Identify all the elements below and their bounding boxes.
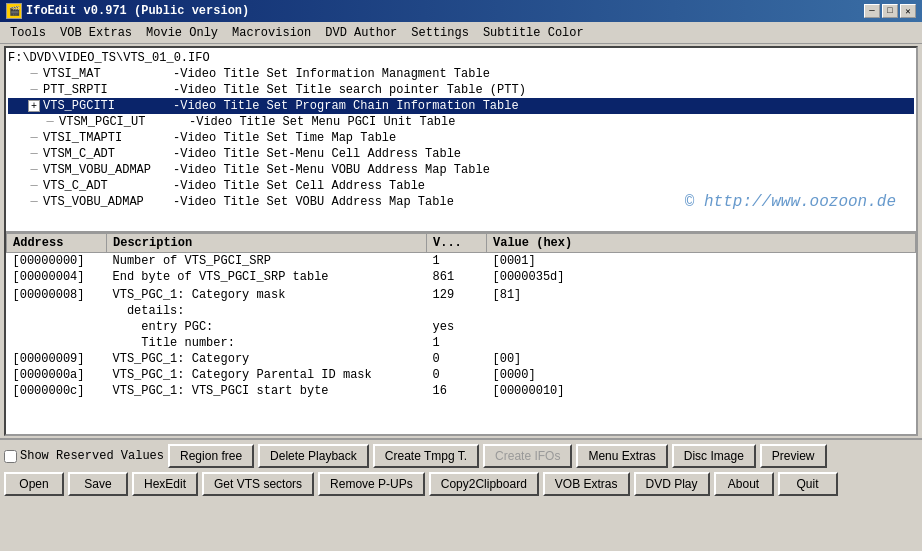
open-button[interactable]: Open: [4, 472, 64, 496]
table-cell: [00000004]: [7, 269, 107, 285]
maximize-button[interactable]: □: [882, 4, 898, 18]
tree-dash-icon: —: [28, 179, 40, 193]
tree-item-label: VTS_VOBU_ADMAP: [43, 195, 173, 209]
menu-item-movie-only[interactable]: Movie Only: [140, 24, 224, 42]
table-cell: [0000]: [487, 367, 916, 383]
table-cell: VTS_PGC_1: VTS_PGCI start byte: [107, 383, 427, 399]
tree-item[interactable]: —PTT_SRPTI-Video Title Set Title search …: [8, 82, 914, 98]
tree-expand-icon[interactable]: +: [28, 100, 40, 112]
table-row[interactable]: [00000004]End byte of VTS_PGCI_SRP table…: [7, 269, 916, 285]
quit-button[interactable]: Quit: [778, 472, 838, 496]
table-cell: [00000008]: [7, 287, 107, 303]
preview-button[interactable]: Preview: [760, 444, 827, 468]
table-cell: [00000010]: [487, 383, 916, 399]
create-ifos-button[interactable]: Create IFOs: [483, 444, 572, 468]
table-cell: [7, 319, 107, 335]
tree-item-label: VTS_C_ADT: [43, 179, 173, 193]
data-table-panel: AddressDescriptionV...Value (hex) [00000…: [6, 233, 916, 434]
copy2clipboard-button[interactable]: Copy2Clipboard: [429, 472, 539, 496]
table-cell: [0000000a]: [7, 367, 107, 383]
tree-item[interactable]: —VTSI_TMAPTI-Video Title Set Time Map Ta…: [8, 130, 914, 146]
data-table: AddressDescriptionV...Value (hex) [00000…: [6, 233, 916, 399]
table-cell: [0000035d]: [487, 269, 916, 285]
tree-item-label: VTSI_TMAPTI: [43, 131, 173, 145]
get-vts-button[interactable]: Get VTS sectors: [202, 472, 314, 496]
table-col-3: Value (hex): [487, 234, 916, 253]
table-cell: 0: [427, 367, 487, 383]
table-cell: VTS_PGC_1: Category mask: [107, 287, 427, 303]
tree-item[interactable]: +VTS_PGCITI-Video Title Set Program Chai…: [8, 98, 914, 114]
tree-item-label: VTSM_C_ADT: [43, 147, 173, 161]
table-cell: 0: [427, 351, 487, 367]
table-row[interactable]: [00000009]VTS_PGC_1: Category0[00]: [7, 351, 916, 367]
tree-dash-icon: —: [28, 163, 40, 177]
create-tmpg-button[interactable]: Create Tmpg T.: [373, 444, 479, 468]
table-row[interactable]: details:: [7, 303, 916, 319]
show-reserved-label: Show Reserved Values: [20, 449, 164, 463]
dvd-play-button[interactable]: DVD Play: [634, 472, 710, 496]
table-row[interactable]: entry PGC:yes: [7, 319, 916, 335]
table-row[interactable]: [00000000]Number of VTS_PGCI_SRP1[0001]: [7, 253, 916, 270]
title-bar: 🎬 IfoEdit v0.971 (Public version) ─ □ ✕: [0, 0, 922, 22]
disc-image-button[interactable]: Disc Image: [672, 444, 756, 468]
menu-item-tools[interactable]: Tools: [4, 24, 52, 42]
table-cell: VTS_PGC_1: Category: [107, 351, 427, 367]
table-cell: [0000000c]: [7, 383, 107, 399]
table-cell: End byte of VTS_PGCI_SRP table: [107, 269, 427, 285]
save-button[interactable]: Save: [68, 472, 128, 496]
tree-item-label: PTT_SRPTI: [43, 83, 173, 97]
table-cell: 129: [427, 287, 487, 303]
tree-item[interactable]: —VTS_C_ADT-Video Title Set Cell Address …: [8, 178, 914, 194]
tree-root[interactable]: F:\DVD\VIDEO_TS\VTS_01_0.IFO: [8, 50, 914, 66]
close-button[interactable]: ✕: [900, 4, 916, 18]
app-icon: 🎬: [6, 3, 22, 19]
table-cell: 1: [427, 335, 487, 351]
hexedit-button[interactable]: HexEdit: [132, 472, 198, 496]
tree-item-desc: -Video Title Set-Menu VOBU Address Map T…: [173, 163, 490, 177]
menu-item-subtitle-color[interactable]: Subtitle Color: [477, 24, 590, 42]
tree-dash-icon: —: [28, 67, 40, 81]
table-cell: [0001]: [487, 253, 916, 270]
table-cell: 16: [427, 383, 487, 399]
table-row[interactable]: [00000008]VTS_PGC_1: Category mask129[81…: [7, 287, 916, 303]
show-reserved-checkbox-label[interactable]: Show Reserved Values: [4, 449, 164, 463]
tree-dash-icon: —: [44, 115, 56, 129]
tree-item-desc: -Video Title Set Information Managment T…: [173, 67, 490, 81]
table-cell: [7, 303, 107, 319]
table-cell: Title number:: [107, 335, 427, 351]
table-row[interactable]: [0000000a]VTS_PGC_1: Category Parental I…: [7, 367, 916, 383]
about-button[interactable]: About: [714, 472, 774, 496]
show-reserved-checkbox[interactable]: [4, 450, 17, 463]
menu-item-macrovision[interactable]: Macrovision: [226, 24, 317, 42]
menu-bar: ToolsVOB ExtrasMovie OnlyMacrovisionDVD …: [0, 22, 922, 44]
tree-item[interactable]: —VTSM_PGCI_UT-Video Title Set Menu PGCI …: [8, 114, 914, 130]
tree-item[interactable]: —VTSM_C_ADT-Video Title Set-Menu Cell Ad…: [8, 146, 914, 162]
tree-dash-icon: —: [28, 131, 40, 145]
minimize-button[interactable]: ─: [864, 4, 880, 18]
window-controls: ─ □ ✕: [864, 4, 916, 18]
menu-item-dvd-author[interactable]: DVD Author: [319, 24, 403, 42]
table-cell: [7, 335, 107, 351]
table-cell: [00]: [487, 351, 916, 367]
region-free-button[interactable]: Region free: [168, 444, 254, 468]
menu-item-settings[interactable]: Settings: [405, 24, 475, 42]
table-cell: [487, 303, 916, 319]
table-row[interactable]: Title number:1: [7, 335, 916, 351]
toolbar-row-2: Open Save HexEdit Get VTS sectors Remove…: [4, 472, 918, 496]
delete-playback-button[interactable]: Delete Playback: [258, 444, 369, 468]
vob-extras-button[interactable]: VOB Extras: [543, 472, 630, 496]
table-row[interactable]: [0000000c]VTS_PGC_1: VTS_PGCI start byte…: [7, 383, 916, 399]
table-col-2: V...: [427, 234, 487, 253]
menu-extras-button[interactable]: Menu Extras: [576, 444, 667, 468]
tree-item-desc: -Video Title Set-Menu Cell Address Table: [173, 147, 461, 161]
table-cell: [487, 319, 916, 335]
table-col-1: Description: [107, 234, 427, 253]
table-cell: [427, 303, 487, 319]
tree-item-desc: -Video Title Set Time Map Table: [173, 131, 396, 145]
tree-item[interactable]: —VTSM_VOBU_ADMAP-Video Title Set-Menu VO…: [8, 162, 914, 178]
tree-item-desc: -Video Title Set Menu PGCI Unit Table: [189, 115, 455, 129]
tree-item[interactable]: —VTSI_MAT-Video Title Set Information Ma…: [8, 66, 914, 82]
menu-item-vob-extras[interactable]: VOB Extras: [54, 24, 138, 42]
remove-pups-button[interactable]: Remove P-UPs: [318, 472, 425, 496]
table-cell: [487, 335, 916, 351]
